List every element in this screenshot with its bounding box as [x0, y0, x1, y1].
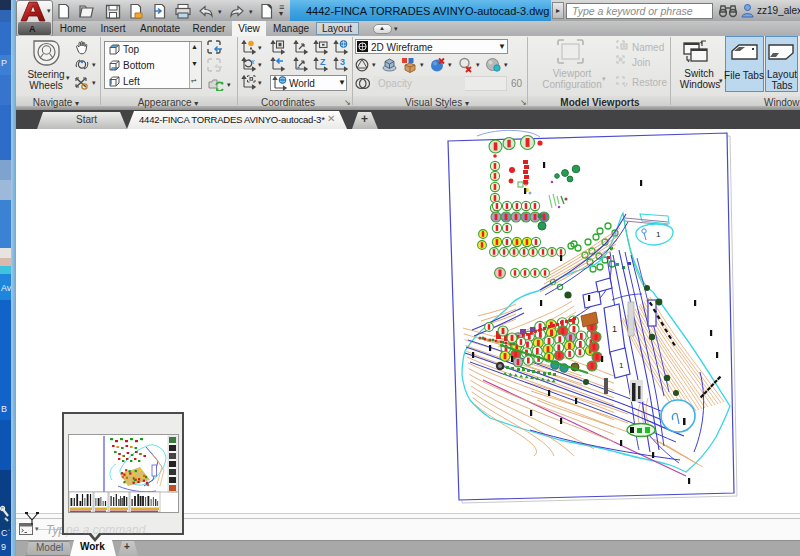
svg-text:1: 1 — [619, 361, 624, 370]
svg-text:1: 1 — [656, 230, 661, 239]
svg-text:1: 1 — [612, 324, 617, 334]
